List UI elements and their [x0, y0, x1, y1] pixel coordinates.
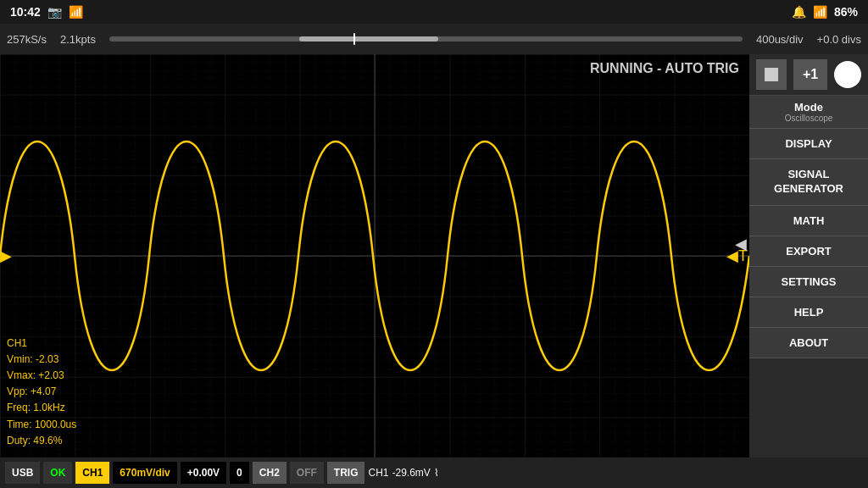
- time-value: Time: 1000.0us: [7, 417, 76, 433]
- wifi-icon: 📶: [813, 5, 827, 19]
- settings-button[interactable]: SETTINGS: [749, 267, 868, 297]
- toolbar: 257kS/s 2.1kpts 400us/div +0.0 divs: [0, 24, 868, 54]
- time-slider[interactable]: [109, 36, 743, 42]
- right-panel: +1 Mode Oscilloscope DISPLAY SIGNALGENER…: [749, 54, 868, 458]
- handle-arrow-icon[interactable]: ◀: [735, 235, 747, 253]
- mode-sub-label: Oscilloscope: [756, 114, 861, 123]
- ch1-trigger-arrow: ▶: [0, 247, 12, 265]
- waveform-display: [0, 54, 749, 458]
- ch1-button-label: CH1: [82, 467, 103, 479]
- duty-value: Duty: 49.6%: [7, 433, 76, 449]
- trig-channel: CH1: [368, 467, 388, 479]
- ch2-button[interactable]: CH2: [253, 462, 287, 484]
- trig-symbol: ⌇: [434, 467, 439, 479]
- vmax-value: Vmax: +2.03: [7, 368, 76, 384]
- status-bar: 10:42 📷 📶 🔔 📶 86%: [0, 0, 868, 24]
- mode-button[interactable]: Mode Oscilloscope: [749, 96, 868, 129]
- points-count: 2.1kpts: [60, 33, 96, 46]
- ch1-zero: 0: [230, 462, 249, 484]
- about-button[interactable]: ABOUT: [749, 328, 868, 358]
- ok-button[interactable]: OK: [43, 462, 72, 484]
- vmin-value: Vmin: -2.03: [7, 352, 76, 368]
- trig-label: TRIG: [334, 467, 359, 479]
- ch2-off-button[interactable]: OFF: [290, 462, 324, 484]
- time-div: 400us/div: [756, 33, 804, 46]
- sample-rate: 257kS/s: [7, 33, 47, 46]
- vpp-value: Vpp: +4.07: [7, 384, 76, 400]
- export-button[interactable]: EXPORT: [749, 236, 868, 267]
- bottom-bar: USB OK CH1 670mV/div +0.00V 0 CH2 OFF TR…: [0, 458, 868, 488]
- sim-icon: 📶: [69, 5, 83, 19]
- battery-display: 86%: [834, 5, 858, 19]
- signal-gen-label: SIGNALGENERATOR: [774, 168, 843, 195]
- usb-button[interactable]: USB: [5, 462, 40, 484]
- measurements-overlay: CH1 Vmin: -2.03 Vmax: +2.03 Vpp: +4.07 F…: [7, 336, 76, 449]
- plus1-button[interactable]: +1: [793, 59, 827, 90]
- trig-button[interactable]: TRIG: [327, 462, 365, 484]
- signal-generator-button[interactable]: SIGNALGENERATOR: [749, 159, 868, 206]
- ch2-button-label: CH2: [259, 467, 280, 479]
- trig-info: CH1 -29.6mV ⌇: [368, 467, 438, 479]
- stop-icon: [765, 68, 778, 81]
- vibrate-icon: 🔔: [792, 5, 806, 19]
- side-handle[interactable]: ◀: [732, 235, 749, 253]
- math-button[interactable]: MATH: [749, 206, 868, 236]
- panel-top-row: +1: [749, 54, 868, 96]
- running-label: RUNNING - AUTO TRIG: [590, 61, 739, 76]
- ch1-offset: +0.00V: [181, 462, 226, 484]
- photo-icon: 📷: [47, 5, 62, 19]
- white-button[interactable]: [834, 61, 861, 88]
- ch1-button[interactable]: CH1: [75, 462, 109, 484]
- mode-label: Mode: [794, 101, 823, 114]
- ch1-label: CH1: [7, 336, 76, 352]
- scope-area: RUNNING - AUTO TRIG ▶ ◀T CH1 Vmin: -2.03…: [0, 54, 749, 458]
- stop-button[interactable]: [756, 59, 787, 90]
- display-button[interactable]: DISPLAY: [749, 129, 868, 159]
- freq-value: Freq: 1.0kHz: [7, 400, 76, 416]
- div-offset: +0.0 divs: [817, 33, 861, 46]
- time-display: 10:42: [10, 5, 41, 19]
- help-button[interactable]: HELP: [749, 297, 868, 328]
- ch1-volt-div: 670mV/div: [113, 462, 176, 484]
- trig-value: -29.6mV: [392, 467, 431, 479]
